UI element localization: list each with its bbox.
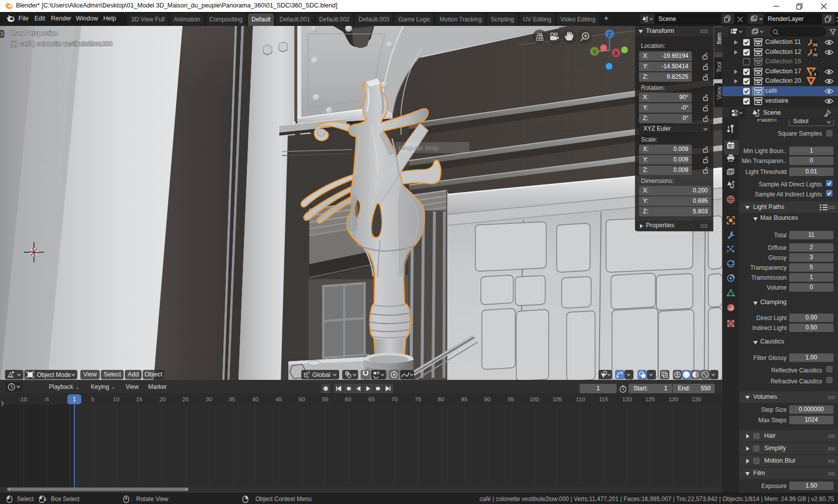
svg-text:X: X [614, 50, 618, 56]
svg-text:36: 36 [813, 52, 818, 57]
svg-text:Y: Y [593, 49, 597, 55]
svg-text:4: 4 [814, 71, 816, 77]
svg-text:Object Mode: Object Mode [37, 371, 71, 378]
svg-text:Z: Z [608, 31, 611, 37]
svg-text:Global: Global [312, 371, 330, 378]
svg-text:(1) café | colonette vestibule: (1) café | colonette vestibule2low.000 [10, 40, 113, 47]
svg-text:36: 36 [813, 42, 818, 47]
svg-text:tangular Snip: tangular Snip [399, 144, 438, 152]
svg-text:User Perspective: User Perspective [10, 30, 57, 37]
